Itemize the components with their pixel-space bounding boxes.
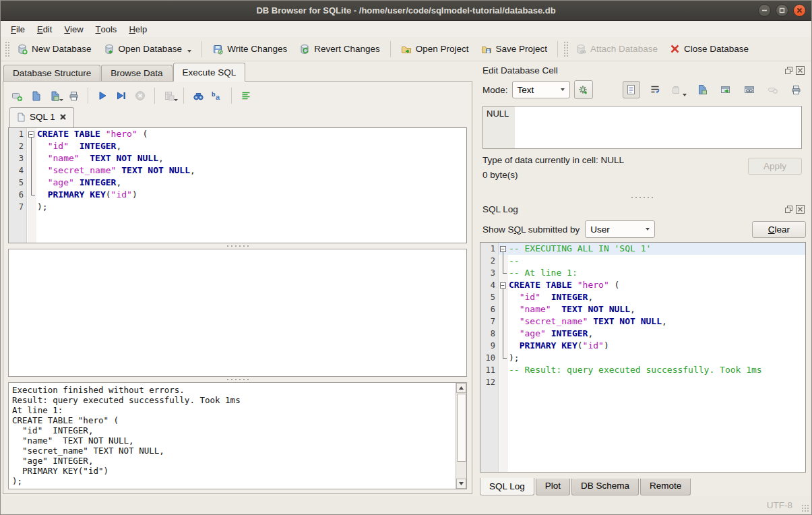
- minimize-button[interactable]: [758, 4, 771, 17]
- tab-browse-data[interactable]: Browse Data: [101, 65, 172, 82]
- execution-log-pane[interactable]: Execution finished without errors. Resul…: [8, 382, 467, 489]
- execute-all-button[interactable]: [94, 87, 111, 104]
- float-dock-icon[interactable]: [784, 205, 793, 214]
- tab-plot[interactable]: Plot: [536, 479, 570, 495]
- save-sql-menu-caret[interactable]: [59, 99, 63, 101]
- open-project-button[interactable]: Open Project: [395, 41, 475, 57]
- text-mode-button[interactable]: [623, 81, 640, 98]
- code-line[interactable]: 2--: [480, 255, 805, 267]
- titlebar[interactable]: DB Browser for SQLite - /home/user/code/…: [1, 1, 811, 21]
- menu-help[interactable]: Help: [123, 21, 153, 37]
- tab-sql-log[interactable]: SQL Log: [480, 478, 534, 495]
- clear-log-button[interactable]: Clear: [752, 221, 806, 238]
- scroll-down-button[interactable]: [456, 479, 466, 489]
- code-line[interactable]: 4 "secret_name" TEXT NOT NULL,: [9, 164, 466, 177]
- line-number: 9: [480, 340, 499, 352]
- code-line[interactable]: 6 PRIMARY KEY("id"): [9, 189, 466, 201]
- resize-grip[interactable]: [801, 504, 809, 512]
- word-wrap-button[interactable]: [646, 81, 664, 98]
- code-line[interactable]: 2 "id" INTEGER,: [9, 140, 466, 152]
- close-database-button[interactable]: Close Database: [664, 41, 755, 57]
- open-database-button[interactable]: Open Database: [98, 41, 198, 57]
- code-line[interactable]: 9 PRIMARY KEY("id"): [480, 340, 805, 352]
- encoding-indicator[interactable]: UTF-8: [767, 500, 792, 510]
- menu-edit[interactable]: Edit: [31, 21, 58, 37]
- code-line[interactable]: 12: [480, 376, 805, 388]
- code-line[interactable]: 11-- Result: query executed successfully…: [480, 364, 805, 376]
- cell-value-editor[interactable]: NULL: [482, 106, 802, 149]
- code-line[interactable]: 5 "age" INTEGER,: [9, 177, 466, 189]
- fold-marker-icon[interactable]: −: [499, 243, 507, 255]
- tab-execute-sql[interactable]: Execute SQL: [173, 63, 246, 82]
- open-database-label: Open Database: [119, 44, 183, 54]
- maximize-button[interactable]: [776, 4, 788, 17]
- sql-doc-tab[interactable]: SQL 1: [9, 107, 74, 127]
- save-sql-file-icon: [49, 90, 61, 102]
- code-line[interactable]: 6 "name" TEXT NOT NULL,: [480, 303, 805, 315]
- code-line[interactable]: 3 "name" TEXT NOT NULL,: [9, 152, 466, 164]
- close-tab-icon[interactable]: [59, 113, 67, 121]
- scroll-up-button[interactable]: [456, 383, 466, 393]
- sql-editor[interactable]: 1−CREATE TABLE "hero" (2 "id" INTEGER,3 …: [8, 127, 467, 243]
- print-sql-button[interactable]: [65, 87, 82, 104]
- tab-remote[interactable]: Remote: [640, 479, 691, 495]
- close-dock-icon[interactable]: [796, 66, 805, 75]
- code-line[interactable]: 10);: [480, 352, 805, 364]
- tab-db-schema[interactable]: DB Schema: [571, 479, 639, 495]
- new-database-button[interactable]: New Database: [11, 41, 98, 57]
- save-sql-file-button[interactable]: [46, 87, 63, 104]
- tab-database-structure[interactable]: Database Structure: [3, 65, 100, 82]
- dock-tabbar: SQL Log Plot DB Schema Remote: [478, 479, 806, 496]
- toolbar-drag-handle[interactable]: [5, 41, 9, 57]
- print-cell-button[interactable]: [788, 81, 805, 98]
- scrollbar-thumb[interactable]: [457, 394, 466, 462]
- save-results-menu-caret: [174, 99, 178, 101]
- fold-marker-icon[interactable]: −: [27, 128, 36, 140]
- line-number: 2: [480, 255, 499, 267]
- code-line[interactable]: 1−CREATE TABLE "hero" (: [9, 128, 466, 140]
- results-scrollbar[interactable]: [456, 383, 466, 489]
- execute-current-line-button[interactable]: [113, 87, 130, 104]
- write-changes-button[interactable]: Write Changes: [206, 41, 293, 57]
- indent-settings-button[interactable]: [237, 87, 255, 104]
- sql-log-view[interactable]: 1−-- EXECUTING ALL IN 'SQL 1'2--3-- At l…: [480, 242, 806, 473]
- code-line[interactable]: 7 "secret_name" TEXT NOT NULL,: [480, 315, 805, 328]
- close-button[interactable]: [793, 4, 806, 17]
- open-sql-file-button[interactable]: [27, 87, 44, 104]
- menu-view[interactable]: View: [58, 21, 89, 37]
- new-tab-button[interactable]: [8, 87, 26, 104]
- close-dock-icon[interactable]: [796, 205, 805, 214]
- code-line[interactable]: 7);: [9, 201, 466, 213]
- main-toolbar: New Database Open Database Write Changes…: [1, 37, 811, 61]
- open-external-button[interactable]: [717, 81, 735, 98]
- code-line[interactable]: 8 "age" INTEGER,: [480, 328, 805, 340]
- dock-splitter[interactable]: [478, 193, 806, 202]
- auto-format-button[interactable]: ba: [208, 87, 226, 104]
- editor-splitter[interactable]: [8, 243, 467, 249]
- toolbar-drag-handle[interactable]: [563, 41, 568, 57]
- apply-mode-button[interactable]: [574, 80, 593, 99]
- float-dock-icon[interactable]: [784, 66, 793, 75]
- menu-tools[interactable]: Tools: [90, 21, 123, 37]
- code-line[interactable]: 3-- At line 1:: [480, 267, 805, 279]
- menu-file[interactable]: File: [5, 21, 31, 37]
- open-database-menu-caret[interactable]: [187, 50, 191, 53]
- code-text: "secret_name" TEXT NOT NULL,: [507, 315, 805, 328]
- code-line[interactable]: 1−-- EXECUTING ALL IN 'SQL 1': [480, 243, 805, 255]
- mode-combobox[interactable]: Text: [512, 81, 570, 98]
- splitter-handle-dots: [226, 245, 249, 247]
- fold-marker-icon[interactable]: −: [499, 279, 507, 291]
- code-line[interactable]: 4−CREATE TABLE "hero" (: [480, 279, 805, 291]
- copy-link-button[interactable]: [741, 81, 758, 98]
- query-results-grid[interactable]: [8, 249, 467, 377]
- log-filter-combobox[interactable]: User: [585, 220, 655, 238]
- results-splitter[interactable]: [8, 377, 467, 382]
- find-replace-button[interactable]: [189, 87, 207, 104]
- code-text: CREATE TABLE "hero" (: [36, 128, 466, 140]
- code-line[interactable]: 5 "id" INTEGER,: [480, 291, 805, 303]
- fold-margin-cell: [27, 177, 36, 189]
- revert-changes-button[interactable]: Revert Changes: [293, 41, 386, 57]
- save-project-button[interactable]: Save Project: [475, 41, 554, 57]
- sql-toolbar: ba: [8, 85, 467, 107]
- export-data-button[interactable]: [693, 81, 711, 98]
